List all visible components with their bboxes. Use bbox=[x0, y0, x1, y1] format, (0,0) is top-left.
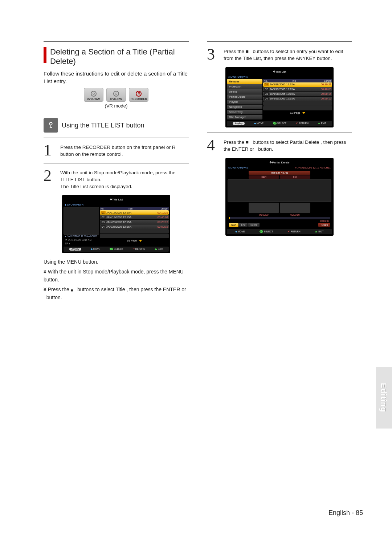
step-text: With the unit in Stop mode/Playback mode… bbox=[60, 169, 189, 190]
page-footer: English - 85 bbox=[328, 509, 363, 517]
start-label: Start bbox=[249, 175, 279, 179]
thumb-end bbox=[280, 203, 310, 213]
delete-button[interactable]: Delete bbox=[248, 223, 260, 227]
square-icon bbox=[71, 286, 73, 294]
info-line: ◔ JAN18/2005 12:15 AM bbox=[64, 238, 99, 242]
return-hint: ↶ RETURN bbox=[296, 122, 309, 125]
menu-item-protection[interactable]: Protection bbox=[227, 84, 262, 89]
info-line: SP ◂ bbox=[64, 242, 99, 245]
subheading: Using the TITLE LIST button bbox=[44, 118, 189, 133]
anykey-badge: Anykey bbox=[233, 122, 245, 125]
table-row[interactable]: 01JAN/18/2005 12:15A00:10:21 bbox=[263, 82, 332, 87]
table-row bbox=[263, 106, 332, 110]
move-hint: ◆ MOVE bbox=[254, 122, 264, 125]
progress-bar[interactable] bbox=[229, 217, 330, 219]
table-header: No.TitleLength bbox=[100, 207, 169, 210]
table-row bbox=[100, 229, 169, 234]
osd-footer: Anykey ◆ MOVE ⏎ SELECT ↶ RETURN ⏏ EXIT bbox=[64, 247, 169, 252]
select-hint: ⏎ SELECT bbox=[260, 230, 273, 233]
step-text: Press the ■ buttons to select an entry y… bbox=[224, 47, 352, 62]
left-column: Deleting a Section of a Title (Partial D… bbox=[44, 36, 189, 312]
chevron-down-icon bbox=[139, 240, 142, 242]
table-row[interactable]: 04JAN/25/2005 12:15A00:50:16 bbox=[100, 224, 169, 229]
step-number: 3 bbox=[207, 47, 220, 62]
move-hint: ◆ MOVE bbox=[235, 230, 245, 233]
section-intro: Follow these instructions to edit or del… bbox=[44, 70, 189, 85]
return-hint: ↶ RETURN bbox=[288, 230, 301, 233]
table-row[interactable]: 02JAN/19/2005 12:15A00:40:03 bbox=[100, 215, 169, 219]
end-button[interactable]: End bbox=[239, 223, 248, 227]
step-text: Press the ■ buttons to select Partial De… bbox=[224, 138, 352, 153]
osd-footer: Anykey ◆ MOVE ⏎ SELECT ↶ RETURN ⏏ EXIT bbox=[227, 121, 332, 126]
side-tab-editing: Editing bbox=[376, 367, 392, 429]
exit-hint: ⏏ EXIT bbox=[318, 122, 326, 125]
dvd-rw-icon: DVD-RW bbox=[106, 88, 126, 102]
start-time: 00:00:00 bbox=[249, 214, 279, 216]
osd-media: ◖ DVD-RAM(VR) bbox=[64, 203, 169, 207]
table-row[interactable]: 04JAN/25/2005 12:15A00:50:16 bbox=[263, 97, 332, 101]
table-row bbox=[263, 101, 332, 106]
preview-pane bbox=[228, 179, 331, 202]
step-number: 2 bbox=[44, 169, 57, 190]
step-number: 4 bbox=[207, 138, 220, 153]
osd-title: Partial Delete bbox=[227, 159, 332, 166]
start-button[interactable]: Start bbox=[229, 223, 238, 227]
step-1: 1 Press the RECORDER button on the front… bbox=[44, 143, 189, 158]
step-text: Press the RECORDER button on the front p… bbox=[60, 143, 189, 158]
subheading-title: Using the TITLE LIST button bbox=[62, 122, 144, 129]
return-hint: ↶ RETURN bbox=[132, 248, 145, 251]
menu-item-delete[interactable]: Delete bbox=[227, 89, 262, 94]
select-hint: ⏎ SELECT bbox=[273, 122, 286, 125]
move-hint: ◆ MOVE bbox=[91, 248, 100, 251]
table-row[interactable]: 03JAN/20/2005 12:15A00:20:15 bbox=[263, 92, 332, 96]
menu-item-navigation[interactable]: Navigation bbox=[227, 105, 262, 109]
side-tab-label: Editing bbox=[379, 383, 389, 413]
osd-media: ◖ DVD-RAM(VR) bbox=[227, 75, 332, 79]
osd-title: Title List bbox=[64, 196, 169, 203]
context-menu: Rename Protection Delete Partial Delete … bbox=[227, 79, 262, 119]
table-header: No.TitleLength bbox=[263, 79, 332, 82]
step-4: 4 Press the ■ buttons to select Partial … bbox=[207, 138, 352, 153]
menu-item-playlist[interactable]: Playlist bbox=[227, 100, 262, 104]
title-list-no: Title List No. 01 bbox=[249, 171, 310, 175]
anykey-badge: Anykey bbox=[69, 248, 81, 251]
table-row bbox=[100, 234, 169, 238]
exit-hint: ⏏ EXIT bbox=[315, 230, 323, 233]
select-hint: ⏎ SELECT bbox=[110, 248, 123, 251]
thumb-start bbox=[249, 203, 279, 213]
recorder-icon: RECORDER bbox=[129, 88, 148, 102]
menu-heading: Using the MENU button. bbox=[44, 258, 189, 266]
right-column: 3 Press the ■ buttons to select an entry… bbox=[207, 36, 352, 312]
table-row[interactable]: 02JAN/19/2005 12:15A00:40:03 bbox=[263, 87, 332, 92]
menu-item-partial-delete[interactable]: Partial Delete bbox=[227, 94, 262, 99]
menu-instructions: Using the MENU button. ¥ With the unit i… bbox=[44, 258, 189, 301]
chevron-down-icon bbox=[302, 112, 305, 114]
table-row[interactable]: 03JAN/20/2005 12:15A00:20:15 bbox=[100, 220, 169, 224]
rec-info: ● JAN/18/2005 12:15 AM CH11 bbox=[295, 166, 331, 169]
menu-line: ¥ Press the buttons to select Title , th… bbox=[44, 286, 189, 302]
end-time: 00:00:00 bbox=[280, 214, 310, 216]
title-list-menu-screenshot: Title List ◖ DVD-RAM(VR) Rename Protecti… bbox=[225, 67, 334, 127]
table-row[interactable]: 01JAN/18/2005 12:15A00:10:21 bbox=[100, 210, 169, 215]
menu-item-disc-manager[interactable]: Disc Manager bbox=[227, 115, 262, 119]
section-heading: Deleting a Section of a Title (Partial D… bbox=[44, 47, 189, 66]
menu-line: ¥ With the unit in Stop mode/Playback mo… bbox=[44, 268, 189, 284]
menu-item-select-tray[interactable]: Select Tray bbox=[227, 110, 262, 114]
step-3: 3 Press the ■ buttons to select an entry… bbox=[207, 47, 352, 62]
current-time: 00:01:00 bbox=[227, 220, 332, 222]
red-bar-icon bbox=[44, 47, 46, 63]
pager: 1/1 Page bbox=[100, 239, 169, 243]
menu-item-rename[interactable]: Rename bbox=[227, 79, 262, 84]
dvd-ram-icon: DVD-RAM bbox=[84, 88, 103, 102]
partial-delete-screenshot: Partial Delete ◖ DVD-RAM(VR) ● JAN/18/20… bbox=[225, 158, 334, 236]
step-2: 2 With the unit in Stop mode/Playback mo… bbox=[44, 169, 189, 190]
osd-media: ◖ DVD-RAM(VR) bbox=[228, 166, 248, 169]
return-button[interactable]: Return bbox=[318, 223, 330, 227]
disc-badges: DVD-RAM DVD-RW RECORDER bbox=[44, 88, 189, 102]
pager: 1/3 Page bbox=[263, 111, 332, 115]
title-list-screenshot: Title List ◖ DVD-RAM(VR) ▸ JAN18/2005 12… bbox=[62, 195, 170, 253]
vr-mode-label: (VR mode) bbox=[44, 103, 189, 109]
info-line: ▸ JAN18/2005 12:15 AM CH11 bbox=[64, 235, 99, 238]
end-label: End bbox=[280, 175, 310, 179]
preview-pane bbox=[64, 207, 99, 235]
